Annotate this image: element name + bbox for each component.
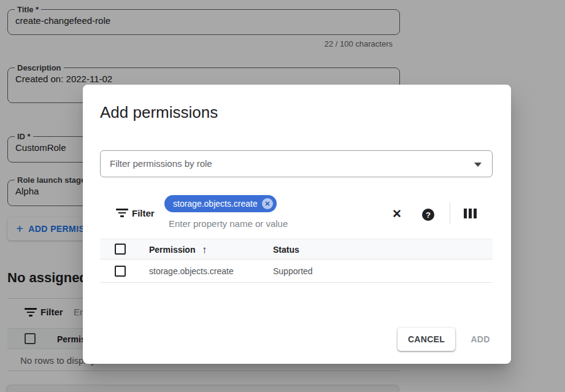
remove-chip-icon[interactable]: ✕ <box>262 198 273 209</box>
dialog-filter-label[interactable]: Filter <box>132 208 155 218</box>
toolbar-divider <box>450 202 450 225</box>
dialog-title: Add permissions <box>100 103 218 122</box>
select-all-checkbox[interactable] <box>115 244 126 255</box>
columns-icon[interactable] <box>464 209 477 218</box>
status-column-header[interactable]: Status <box>273 245 299 255</box>
filter-chip-label: storage.objects.create <box>173 199 258 209</box>
cancel-button[interactable]: CANCEL <box>398 328 455 351</box>
create-role-page: Title * create-changefeed-role 22 / 100 … <box>0 0 565 392</box>
row-checkbox[interactable] <box>115 266 126 277</box>
filter-input-placeholder[interactable]: Enter property name or value <box>169 218 288 229</box>
dialog-table-header: Permission ↑ Status <box>100 239 493 259</box>
clear-filters-icon[interactable]: ✕ <box>390 206 404 221</box>
row-status-cell: Supported <box>273 266 313 276</box>
table-row[interactable]: storage.objects.create Supported <box>100 260 493 283</box>
permission-column-header[interactable]: Permission <box>149 245 195 255</box>
dropdown-value: Filter permissions by role <box>110 158 212 169</box>
chevron-down-icon <box>474 163 482 167</box>
row-permission-cell: storage.objects.create <box>149 266 234 276</box>
sort-ascending-icon[interactable]: ↑ <box>202 244 207 256</box>
filter-icon <box>116 209 128 220</box>
filter-chip[interactable]: storage.objects.create ✕ <box>164 195 277 212</box>
add-button[interactable]: ADD <box>463 328 498 351</box>
filter-permissions-by-role-dropdown[interactable]: Filter permissions by role <box>100 150 493 177</box>
add-permissions-dialog: Add permissions Filter permissions by ro… <box>83 85 511 364</box>
help-icon[interactable]: ? <box>421 207 436 222</box>
